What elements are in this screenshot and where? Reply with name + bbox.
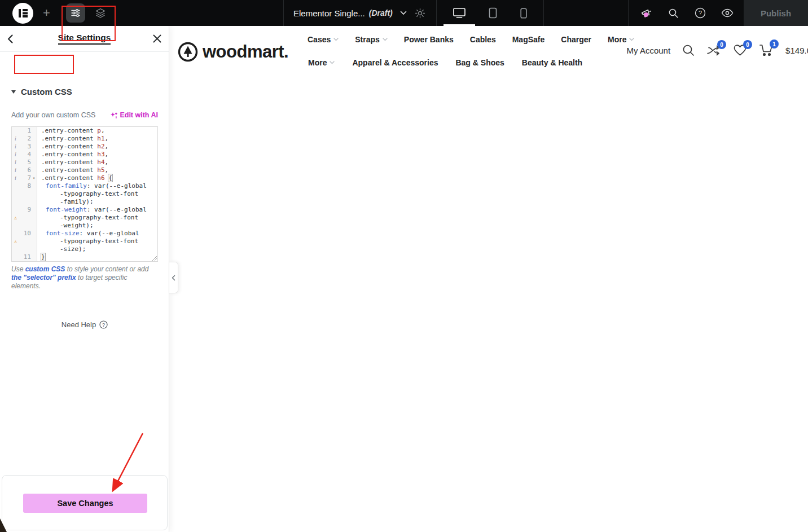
code-gutter: i2 xyxy=(12,135,37,143)
code-line[interactable]: -typography-text-font xyxy=(12,190,157,198)
save-changes-button[interactable]: Save Changes xyxy=(23,494,147,513)
code-token-pln: , xyxy=(101,127,105,134)
custom-css-help-text: Use custom CSS to style your content or … xyxy=(11,265,151,291)
line-number xyxy=(19,214,31,222)
code-token-tag: h4 xyxy=(97,159,104,166)
whats-new-button[interactable] xyxy=(633,0,659,26)
nav-item-label: Cables xyxy=(470,35,496,44)
code-line[interactable]: i6.entry-content h5, xyxy=(12,166,157,174)
code-text: .entry-content h5, xyxy=(37,166,108,174)
edit-with-ai-button[interactable]: Edit with AI xyxy=(110,111,158,119)
code-line[interactable]: -weight); xyxy=(12,222,157,230)
cart-count-badge: 1 xyxy=(770,39,779,49)
nav-item-bag-shoes[interactable]: Bag & Shoes xyxy=(455,58,504,67)
page-canvas: woodmart. CasesStrapsPower BanksCablesMa… xyxy=(170,26,808,532)
code-line[interactable]: 1.entry-content p, xyxy=(12,127,157,135)
custom-css-link[interactable]: custom CSS xyxy=(25,265,65,273)
cart-button[interactable]: 1 xyxy=(759,43,774,57)
compare-button[interactable]: 0 xyxy=(706,44,721,56)
custom-css-code-editor[interactable]: 1.entry-content p,i2.entry-content h1,i3… xyxy=(11,126,158,262)
selector-prefix-link[interactable]: the "selector" prefix xyxy=(11,274,76,282)
code-line[interactable]: ⚠-typography-text-font xyxy=(12,214,157,222)
nav-item-power-banks[interactable]: Power Banks xyxy=(404,35,454,44)
site-settings-button[interactable] xyxy=(66,0,85,26)
code-token-sel: .entry-content xyxy=(41,174,97,182)
code-line[interactable]: i7▾.entry-content h6 { xyxy=(12,174,157,182)
nav-item-magsafe[interactable]: MagSafe xyxy=(512,35,545,44)
fold-caret-icon[interactable]: ▾ xyxy=(31,174,37,182)
code-text: .entry-content h1, xyxy=(37,135,108,143)
nav-item-more[interactable]: More xyxy=(308,58,335,67)
chevron-down-icon xyxy=(629,38,634,41)
code-text: .entry-content h6 { xyxy=(37,174,112,182)
code-gutter xyxy=(12,222,37,230)
desktop-icon xyxy=(453,7,466,19)
structure-navigator-button[interactable] xyxy=(95,0,106,26)
code-line[interactable]: i4.entry-content h3, xyxy=(12,151,157,159)
elementor-logo[interactable] xyxy=(12,0,33,26)
woodmart-logo-text: woodmart. xyxy=(203,42,288,62)
nav-item-label: MagSafe xyxy=(512,35,545,44)
nav-item-straps[interactable]: Straps xyxy=(355,35,388,44)
topbar-divider xyxy=(543,0,544,26)
device-tablet-button[interactable] xyxy=(477,0,508,26)
nav-item-cables[interactable]: Cables xyxy=(470,35,496,44)
line-number: 5 xyxy=(19,159,31,166)
gutter-spacer xyxy=(31,127,37,135)
code-line[interactable]: ⚠-typography-text-font xyxy=(12,238,157,245)
nav-item-charger[interactable]: Charger xyxy=(561,35,591,44)
code-gutter: i6 xyxy=(12,166,37,174)
code-text: -typography-text-font xyxy=(37,238,138,245)
code-text: .entry-content h2, xyxy=(37,143,108,151)
nav-item-apparel-accessories[interactable]: Apparel & Accessories xyxy=(352,58,438,67)
publish-button[interactable]: Publish xyxy=(744,0,808,26)
svg-text:?: ? xyxy=(102,322,105,328)
mobile-icon xyxy=(520,8,527,19)
svg-text:?: ? xyxy=(699,10,702,16)
add-element-button[interactable]: + xyxy=(43,0,50,26)
code-line[interactable]: i2.entry-content h1, xyxy=(12,135,157,143)
code-line[interactable]: i3.entry-content h2, xyxy=(12,143,157,151)
code-line[interactable]: -size); xyxy=(12,245,157,253)
code-line[interactable]: i5.entry-content h4, xyxy=(12,159,157,166)
close-panel-button[interactable] xyxy=(153,34,161,43)
line-number: 8 xyxy=(19,182,31,190)
code-line[interactable]: 9font-weight: var(--e-global xyxy=(12,206,157,214)
need-help-link[interactable]: Need Help ? xyxy=(0,320,169,329)
code-line[interactable]: -family); xyxy=(12,198,157,206)
code-text: } xyxy=(37,253,45,261)
code-gutter: i4 xyxy=(12,151,37,159)
device-desktop-button[interactable] xyxy=(443,0,475,26)
panel-collapse-handle[interactable] xyxy=(169,262,178,293)
wishlist-button[interactable]: 0 xyxy=(733,44,747,56)
nav-item-cases[interactable]: Cases xyxy=(308,35,339,44)
code-token-val: -typography-text-font xyxy=(60,214,138,221)
nav-item-beauty-health[interactable]: Beauty & Health xyxy=(522,58,582,67)
preview-button[interactable] xyxy=(714,0,740,26)
device-mobile-button[interactable] xyxy=(508,0,539,26)
code-token-tag: h1 xyxy=(97,135,104,142)
my-account-link[interactable]: My Account xyxy=(627,46,671,55)
line-number: 1 xyxy=(19,127,31,135)
code-line[interactable]: 11} xyxy=(12,253,157,261)
nav-item-more[interactable]: More xyxy=(608,35,634,44)
info-icon: i xyxy=(12,174,19,182)
info-icon: i xyxy=(12,159,19,166)
custom-css-section-toggle[interactable]: Custom CSS xyxy=(11,87,72,96)
code-token-pln: , xyxy=(105,151,109,158)
line-number xyxy=(19,190,31,198)
elementor-top-bar: + Elementor Single... (Draft) xyxy=(0,0,808,26)
code-line[interactable]: 8font-family: var(--e-global xyxy=(12,182,157,190)
document-title-switcher[interactable]: Elementor Single... (Draft) xyxy=(293,0,407,26)
gutter-spacer xyxy=(31,230,37,238)
help-button[interactable]: ? xyxy=(687,0,713,26)
shop-search-button[interactable] xyxy=(682,44,695,56)
code-line[interactable]: 10font-size: var(--e-global xyxy=(12,230,157,238)
finder-search-button[interactable] xyxy=(660,0,686,26)
tablet-icon xyxy=(489,7,497,19)
back-button[interactable] xyxy=(7,34,13,43)
document-settings-button[interactable] xyxy=(415,0,425,26)
woodmart-logo[interactable]: woodmart. xyxy=(178,42,288,62)
code-text: -typography-text-font xyxy=(37,190,138,198)
code-token-pln: : xyxy=(87,182,94,190)
